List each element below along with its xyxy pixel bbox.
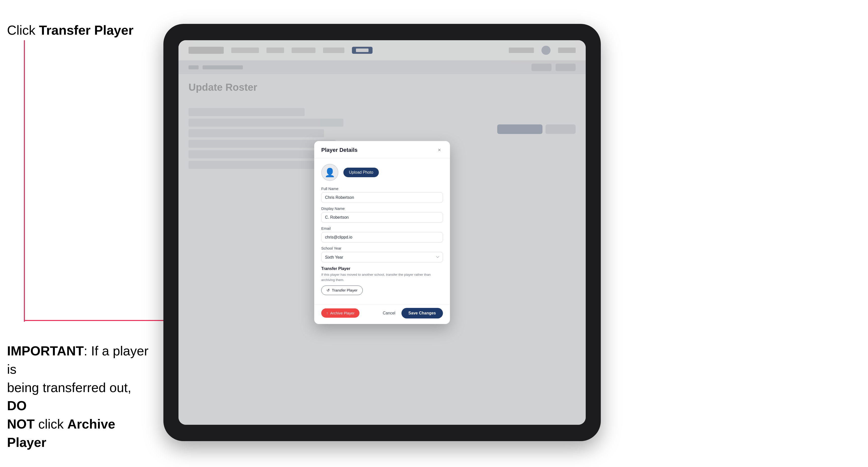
transfer-section-label: Transfer Player — [321, 267, 443, 271]
school-year-label: School Year — [321, 246, 443, 250]
avatar-circle: 👤 — [321, 164, 338, 181]
full-name-group: Full Name — [321, 187, 443, 203]
school-year-group: School Year Sixth Year First Year Second… — [321, 246, 443, 262]
instruction-transfer-bold: Transfer Player — [39, 23, 133, 37]
school-year-select[interactable]: Sixth Year First Year Second Year Third … — [321, 252, 443, 262]
email-group: Email — [321, 226, 443, 243]
archive-icon: ↑ — [326, 311, 328, 315]
modal-close-button[interactable]: × — [436, 147, 443, 154]
important-label: IMPORTANT: If a player isbeing transferr… — [7, 344, 148, 450]
tablet-device: Update Roster Player Details — [163, 24, 601, 441]
display-name-input[interactable] — [321, 212, 443, 223]
email-label: Email — [321, 226, 443, 230]
player-details-modal: Player Details × 👤 Upload Photo Full Nam — [314, 141, 450, 324]
transfer-icon: ↺ — [327, 288, 330, 292]
modal-overlay: Player Details × 👤 Upload Photo Full Nam — [179, 40, 586, 425]
transfer-section: Transfer Player If this player has moved… — [321, 267, 443, 295]
cancel-button[interactable]: Cancel — [381, 308, 397, 318]
tablet-screen: Update Roster Player Details — [179, 40, 586, 425]
footer-right: Cancel Save Changes — [381, 308, 443, 318]
modal-title: Player Details — [321, 147, 358, 153]
instruction-top: Click Transfer Player — [7, 23, 133, 38]
instruction-click-label: Click — [7, 23, 39, 37]
full-name-label: Full Name — [321, 187, 443, 191]
upload-photo-button[interactable]: Upload Photo — [343, 168, 379, 177]
instruction-bottom: IMPORTANT: If a player isbeing transferr… — [7, 342, 153, 452]
email-input[interactable] — [321, 232, 443, 243]
archive-player-button-label: Archive Player — [330, 311, 355, 315]
photo-section: 👤 Upload Photo — [321, 164, 443, 181]
transfer-player-button[interactable]: ↺ Transfer Player — [321, 285, 363, 295]
full-name-input[interactable] — [321, 192, 443, 203]
modal-header: Player Details × — [314, 141, 450, 158]
save-changes-button[interactable]: Save Changes — [401, 308, 443, 318]
display-name-label: Display Name — [321, 206, 443, 211]
transfer-section-description: If this player has moved to another scho… — [321, 272, 443, 282]
display-name-group: Display Name — [321, 206, 443, 223]
transfer-player-button-label: Transfer Player — [332, 288, 358, 292]
arrow-vertical-line — [24, 40, 25, 322]
archive-player-button[interactable]: ↑ Archive Player — [321, 308, 360, 318]
modal-body: 👤 Upload Photo Full Name Display Name — [314, 158, 450, 304]
user-icon: 👤 — [324, 167, 335, 178]
modal-footer: ↑ Archive Player Cancel Save Changes — [314, 304, 450, 324]
